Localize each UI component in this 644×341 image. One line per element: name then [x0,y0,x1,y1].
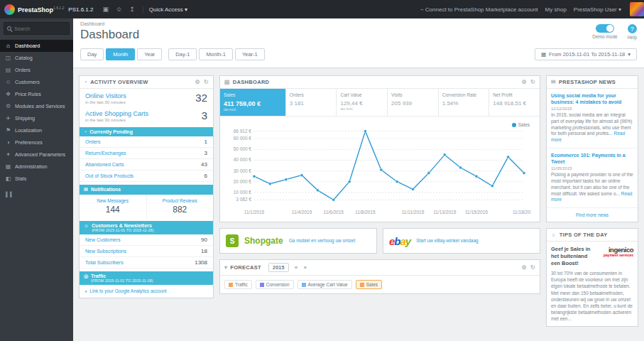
svg-text:3 082 €: 3 082 € [236,197,251,202]
pending-returns-link[interactable]: Return/Exchanges [85,151,126,156]
demo-mode-toggle[interactable] [596,24,614,33]
svg-text:30 000 €: 30 000 € [234,168,252,173]
sidebar-item-preferences[interactable]: ◑Preferences [0,136,73,148]
next-year-button[interactable]: » [304,264,307,271]
sidebar-search[interactable] [4,22,70,35]
marketplace-connect-link[interactable]: ⌁Connect to PrestaShop Marketplace accou… [420,6,538,13]
new-subscriptions-link[interactable]: New Subscriptions [85,249,126,254]
gear-icon[interactable]: ⚙ [195,79,200,85]
sidebar-item-price-rules[interactable]: ❖Price Rules [0,88,73,100]
sidebar-item-customers[interactable]: ☺Customers [0,76,73,88]
kpi-sales[interactable]: Sales 411 759,00 € tax excl. [220,89,286,116]
range-month-button[interactable]: Month [106,48,135,60]
sidebar-item-dashboard[interactable]: ⌂Dashboard [0,40,73,52]
ebay-promo[interactable]: ebay Start uw eBay-winkel vandaag [383,228,540,254]
sidebar-item-orders[interactable]: ▤Orders [0,64,73,76]
article-title-link[interactable]: Ecommerce 101: Payments in a Tweet [551,152,633,165]
chart-legend[interactable]: Sales [512,122,530,127]
profile-icon[interactable]: ☺ [116,6,122,13]
kpi-orders[interactable]: Orders 3 181 [286,89,337,116]
find-more-news-link[interactable]: Find more news [547,208,638,222]
active-carts-link[interactable]: Active Shopping Carts [85,110,148,117]
sidebar-item-catalog[interactable]: ◫Catalog [0,52,73,64]
svg-text:20 000 €: 20 000 € [234,179,252,184]
prestashop-logo-icon [4,4,15,15]
out-of-stock-link[interactable]: Out of Stock Products [85,173,133,178]
sidebar-item-advanced-parameters[interactable]: ✦Advanced Parameters [0,148,73,161]
svg-text:11/11/2015: 11/11/2015 [402,210,425,215]
search-input[interactable] [14,26,66,31]
sidebar-item-administration[interactable]: ▦Administration [0,161,73,173]
cart-icon[interactable]: ▣ [102,6,109,13]
online-visitors-link[interactable]: Online Visitors [85,92,126,99]
date-range-picker[interactable]: ▦ From 2015-11-01 To 2015-11-18 ▾ [535,48,637,60]
sidebar-item-modules[interactable]: ⚙Modules and Services [0,100,73,112]
tips-headline: Geef je Sales in het buitenland een Boos… [551,246,596,266]
legend-dot-icon [512,123,516,127]
addons-icon[interactable]: ↥ [129,6,135,13]
pending-row-returns: Return/Exchanges3 [80,148,213,159]
topbar: PrestaShop1.6.1.2 PS1.6.1.2 ▣ ☺ ↥ Quick … [0,0,644,18]
online-visitors-value: 32 [195,92,207,103]
link-icon: ▸ [85,288,87,293]
new-messages-link[interactable]: New Messages [81,198,145,203]
user-menu[interactable]: PrestaShop User ▾ [574,6,621,13]
help-icon[interactable]: ? [628,24,637,33]
kpi-conversion-rate[interactable]: Conversion Rate 1.54% [439,89,490,116]
forecast-chip-traffic[interactable]: Traffic [224,280,252,289]
range-day-1-button[interactable]: Day-1 [168,48,197,60]
forecast-chip-average-cart-value[interactable]: Average Cart Value [298,280,352,289]
prestashop-news-panel: ✉ PRESTASHOP NEWS Using social media for… [546,75,638,222]
prev-year-button[interactable]: « [295,264,298,271]
tips-panel-title: TIPS OF THE DAY [560,232,608,238]
quick-access-menu[interactable]: Quick Access ▾ [143,6,187,13]
svg-text:11/6/2015: 11/6/2015 [324,210,344,215]
user-avatar[interactable] [630,2,644,16]
svg-text:11/15/2015: 11/15/2015 [465,210,488,215]
modules-icon: ⚙ [5,103,11,109]
demo-mode-label: Demo mode [592,34,617,39]
total-subscribers-link[interactable]: Total Subscribers [85,260,124,265]
sidebar-item-shipping[interactable]: ✈Shipping [0,112,73,124]
abandoned-carts-link[interactable]: Abandoned Carts [85,162,124,167]
product-reviews-link[interactable]: Product Reviews [148,198,212,203]
shopgate-promo[interactable]: S Shopgate Ga mobiel en verhoog uw omzet [219,228,377,254]
my-shop-link[interactable]: My shop [545,6,567,13]
new-customers-link[interactable]: New Customers [85,237,121,242]
kpi-cart-value[interactable]: Cart Value 129,44 € tax excl. [337,89,388,116]
kpi-net-profit[interactable]: Net Profit 148 918,51 € [489,89,540,116]
collapse-sidebar-button[interactable]: ▌▌ [0,185,73,204]
refresh-icon[interactable]: ↻ [204,79,209,85]
connect-icon: ⌁ [420,6,424,13]
customers-newsletters-header: ☺ Customers & Newsletters(FROM 2015-11-0… [80,221,213,234]
shopgate-link[interactable]: Ga mobiel en verhoog uw omzet [289,238,356,244]
ebay-logo-icon: ebay [389,235,410,247]
forecast-year-select[interactable]: 2015 [268,263,289,272]
article-title-link[interactable]: Using social media for your business: 4 … [551,92,633,105]
range-year-1-button[interactable]: Year-1 [235,48,265,60]
ebay-link[interactable]: Start uw eBay-winkel vandaag [416,238,478,244]
gear-icon[interactable]: ⚙ [522,79,527,85]
range-month-1-button[interactable]: Month-1 [199,48,233,60]
activity-panel-title: ACTIVITY OVERVIEW [90,79,148,85]
gear-icon[interactable]: ⚙ [522,264,527,271]
refresh-icon[interactable]: ↻ [530,264,535,271]
refresh-icon[interactable]: ↻ [530,79,535,85]
preferences-icon: ◑ [5,139,11,146]
sun-icon: ☼ [551,232,557,238]
range-day-button[interactable]: Day [80,48,104,60]
ingenico-logo: ingenico payment services [599,246,633,266]
sidebar-item-localization[interactable]: ⚑Localization [0,124,73,136]
pending-orders-link[interactable]: Orders [85,139,100,144]
forecast-chip-conversion[interactable]: Conversion [256,280,294,289]
news-column: ✉ PRESTASHOP NEWS Using social media for… [546,75,638,332]
range-year-button[interactable]: Year [137,48,162,60]
acv-color-icon [302,283,306,287]
kpi-visits[interactable]: Visits 205 939 [388,89,439,116]
currently-pending-header: ◔ Currently Pending [80,127,213,136]
price-rules-icon: ❖ [5,91,11,97]
google-analytics-link[interactable]: ▸Link to your Google Analytics account [80,285,213,298]
sidebar-item-stats[interactable]: ◧Stats [0,173,73,185]
forecast-chip-sales[interactable]: Sales [356,280,382,289]
localization-icon: ⚑ [5,127,11,134]
